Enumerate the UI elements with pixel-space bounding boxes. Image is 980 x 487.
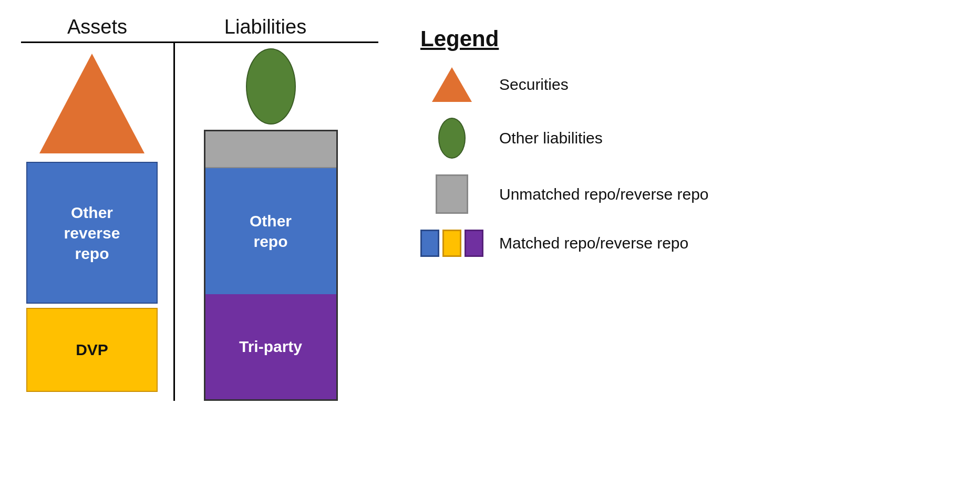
assets-header: Assets [21,16,179,38]
liabilities-column: Otherrepo Tri-party [173,43,352,401]
other-liabilities-legend-label: Other liabilities [499,129,603,147]
unmatched-rect-icon [436,174,468,214]
main-container: Assets Liabilities Otherreverserepo DVP [0,0,980,487]
other-liabilities-oval [246,48,296,125]
bs-body: Otherreverserepo DVP Otherrepo [21,43,378,401]
triparty-box: Tri-party [205,294,336,399]
other-reverse-repo-label: Otherreverserepo [64,202,120,264]
legend-item-unmatched: Unmatched repo/reverse repo [420,174,959,214]
liabilities-header: Liabilities [179,16,336,38]
legend-item-matched: Matched repo/reverse repo [420,230,959,257]
other-repo-box: Otherrepo [205,168,336,294]
securities-triangle-icon [432,67,472,102]
dvp-box: DVP [26,308,158,392]
legend: Legend Securities Other liabilities Unma… [378,16,959,273]
assets-column: Otherreverserepo DVP [21,43,173,401]
securities-legend-label: Securities [499,76,569,94]
matched-icon-area [420,230,483,257]
triparty-label: Tri-party [239,338,302,356]
matched-yellow-icon [442,230,461,257]
repo-stack: Otherrepo Tri-party [204,130,338,401]
unmatched-legend-label: Unmatched repo/reverse repo [499,185,709,203]
legend-item-other-liabilities: Other liabilities [420,118,959,159]
legend-title: Legend [420,26,959,51]
matched-blue-icon [420,230,439,257]
matched-purple-icon [465,230,483,257]
unmatched-icon-area [420,174,483,214]
other-reverse-repo-box: Otherreverserepo [26,162,158,304]
securities-triangle-asset [39,54,145,153]
bs-header: Assets Liabilities [21,16,378,43]
legend-item-securities: Securities [420,67,959,102]
balance-sheet: Assets Liabilities Otherreverserepo DVP [21,16,378,401]
securities-icon-area [420,67,483,102]
other-repo-label: Otherrepo [250,211,292,252]
matched-legend-label: Matched repo/reverse repo [499,234,688,252]
other-liabilities-icon-area [420,118,483,159]
dvp-label: DVP [76,341,108,359]
unmatched-repo-box [205,131,336,168]
other-liabilities-oval-icon [438,118,466,159]
